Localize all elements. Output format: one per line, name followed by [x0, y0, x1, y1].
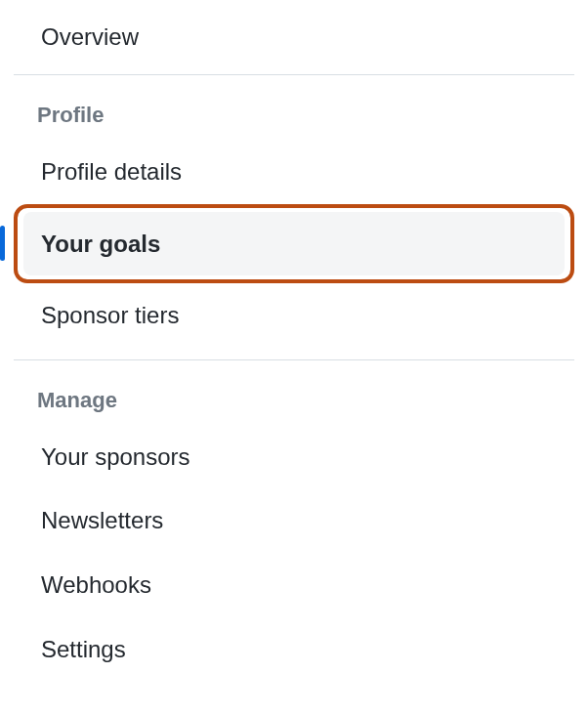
sidebar-item-your-sponsors[interactable]: Your sponsors [0, 425, 588, 489]
sidebar-item-your-goals[interactable]: Your goals [23, 212, 565, 276]
sidebar-item-webhooks[interactable]: Webhooks [0, 553, 588, 617]
sidebar-item-settings[interactable]: Settings [0, 617, 588, 682]
sidebar-item-overview[interactable]: Overview [0, 0, 588, 63]
sidebar-item-sponsor-tiers[interactable]: Sponsor tiers [0, 283, 588, 348]
sidebar-item-profile-details[interactable]: Profile details [0, 140, 588, 204]
section-header-profile: Profile [0, 75, 588, 140]
highlight-box: Your goals [14, 204, 574, 284]
sidebar-item-newsletters[interactable]: Newsletters [0, 488, 588, 553]
sidebar-nav: Overview Profile Profile details Your go… [0, 0, 588, 681]
section-header-manage: Manage [0, 360, 588, 425]
